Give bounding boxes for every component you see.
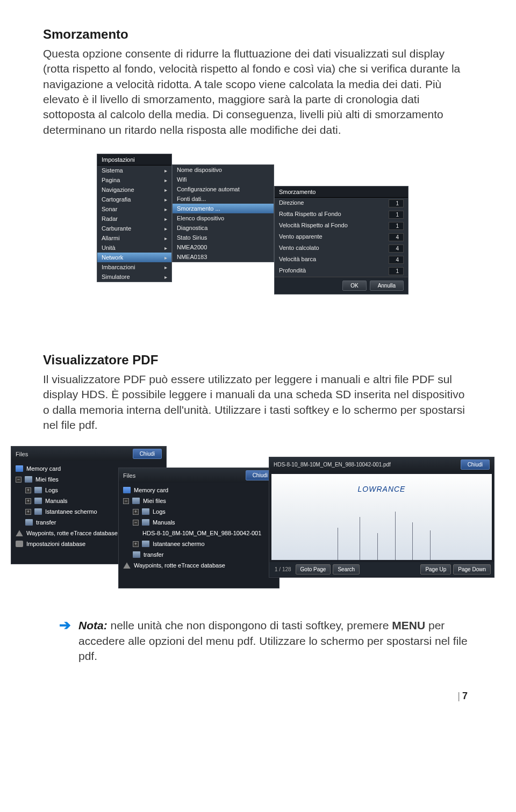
tree-row[interactable]: −Manuals [119,517,279,528]
waypoint-icon [123,562,131,569]
section-damping-body: Questa opzione consente di ridurre la fl… [43,46,468,138]
submenu-item[interactable]: Wifi [173,175,274,184]
folder-icon [132,498,140,504]
menu-item[interactable]: Cartografia [97,195,171,204]
submenu-item[interactable]: Smorzamento ... [173,204,274,213]
tree-row[interactable]: +Logs [119,506,279,517]
page-footer: |7 [43,691,468,702]
section-damping-title: Smorzamento [43,27,468,42]
network-submenu-panel: Nome dispositivo Wifi Configurazione aut… [172,164,274,262]
close-button[interactable]: Chiudi [461,459,490,470]
menu-item[interactable]: Sistema [97,166,171,175]
damping-row[interactable]: Profondità1 [275,265,408,277]
folder-icon [34,508,42,515]
expander-icon[interactable]: − [16,477,22,483]
pdf-file-title: HDS-8-10_8M-10M_OM_EN_988-10042-001.pdf [274,462,391,468]
arrow-right-icon: ➔ [59,618,71,632]
folder-icon [133,551,140,558]
pdf-page-area[interactable]: LOWRANCE [271,474,492,560]
nota-label: Nota: [78,619,108,631]
menu-item[interactable]: Network [97,253,171,262]
section-pdf-body: Il visualizzatore PDF può essere utilizz… [43,372,468,433]
memory-card-icon [16,465,23,472]
tree-row[interactable]: transfer [119,549,279,560]
folder-icon [25,519,33,526]
screenshot-files-and-pdf: Files Chiudi Memory card −Miei files +Lo… [11,446,505,597]
menu-item[interactable]: Imbarcazioni [97,262,171,272]
section-pdf-title: Visualizzatore PDF [43,353,468,368]
menu-item[interactable]: Carburante [97,224,171,233]
folder-icon [34,498,42,504]
tree-row[interactable]: Waypoints, rotte eTracce database [119,560,279,571]
damping-row[interactable]: Vento apparente4 [275,232,408,243]
page-up-button[interactable]: Page Up [420,564,451,574]
cancel-button[interactable]: Annulla [370,281,404,291]
damping-dialog: Smorzamento Direzione1 Rotta Rispetto al… [274,186,408,294]
damping-row[interactable]: Velocità Rispetto al Fondo1 [275,220,408,232]
goto-page-button[interactable]: Goto Page [296,564,331,574]
damping-row[interactable]: Direzione1 [275,198,408,209]
submenu-item[interactable]: NMEA2000 [173,242,274,252]
menu-item[interactable]: Unità [97,243,171,253]
folder-icon [34,487,42,493]
files-panel-2: Files Chiudi Memory card −Miei files +Lo… [118,468,280,588]
tree-row[interactable]: HDS-8-10_8M-10M_OM_EN_988-10042-001 [119,528,279,538]
tree-row[interactable]: −Miei files [119,495,279,506]
folder-icon [142,508,149,515]
expander-icon[interactable]: + [133,509,139,515]
submenu-item[interactable]: NMEA0183 [173,252,274,262]
damping-row[interactable]: Rotta Rispetto al Fondo1 [275,209,408,220]
files-header-label: Files [16,451,28,457]
settings-panel: Impostazioni Sistema Pagina Navigazione … [97,154,172,282]
menu-item[interactable]: Radar [97,214,171,224]
close-button[interactable]: Chiudi [133,449,162,459]
files-header-label: Files [123,472,135,479]
menu-item[interactable]: Pagina [97,175,171,185]
settings-header: Impostazioni [97,154,171,166]
submenu-item[interactable]: Stato Sirius [173,233,274,242]
screenshot-settings-cascade: Impostazioni Sistema Pagina Navigazione … [43,154,468,315]
expander-icon[interactable]: − [133,520,139,526]
nota-block: ➔ Nota: nelle unità che non dispongono d… [43,618,468,664]
submenu-item[interactable]: Elenco dispositivo [173,213,274,223]
lowrance-logo: LOWRANCE [358,485,406,493]
expander-icon[interactable]: + [25,498,31,504]
menu-item[interactable]: Allarmi [97,233,171,243]
expander-icon[interactable]: − [123,498,129,504]
waypoint-icon [16,530,23,536]
menu-item[interactable]: Simulatore [97,272,171,282]
submenu-item[interactable]: Configurazione automat [173,184,274,194]
menu-item[interactable]: Navigazione [97,185,171,195]
expander-icon[interactable]: + [25,509,31,515]
database-icon [16,541,23,547]
damping-row[interactable]: Vento calcolato4 [275,243,408,254]
folder-icon [25,476,32,483]
tree-row[interactable]: Memory card [119,485,279,495]
damping-row[interactable]: Velocità barca4 [275,254,408,265]
folder-icon [142,519,149,526]
menu-item[interactable]: Sonar [97,204,171,214]
page-down-button[interactable]: Page Down [453,564,491,574]
tree-row[interactable]: +Istantanee schermo [119,538,279,549]
submenu-item[interactable]: Fonti dati... [173,194,274,204]
search-button[interactable]: Search [333,564,360,574]
folder-icon [142,541,149,547]
memory-card-icon [123,487,131,493]
expander-icon[interactable]: + [133,541,139,547]
submenu-item[interactable]: Diagnostica [173,223,274,233]
damping-dialog-header: Smorzamento [275,186,408,198]
pdf-viewer-panel: HDS-8-10_8M-10M_OM_EN_988-10042-001.pdf … [269,457,494,578]
nota-menu-word: MENU [392,619,425,631]
nota-text-1: nelle unità che non dispongono di tasti … [108,619,392,631]
expander-icon[interactable]: + [25,487,31,493]
submenu-item[interactable]: Nome dispositivo [173,165,274,175]
ok-button[interactable]: OK [342,281,366,291]
page-number-indicator: 1 / 128 [273,566,293,572]
